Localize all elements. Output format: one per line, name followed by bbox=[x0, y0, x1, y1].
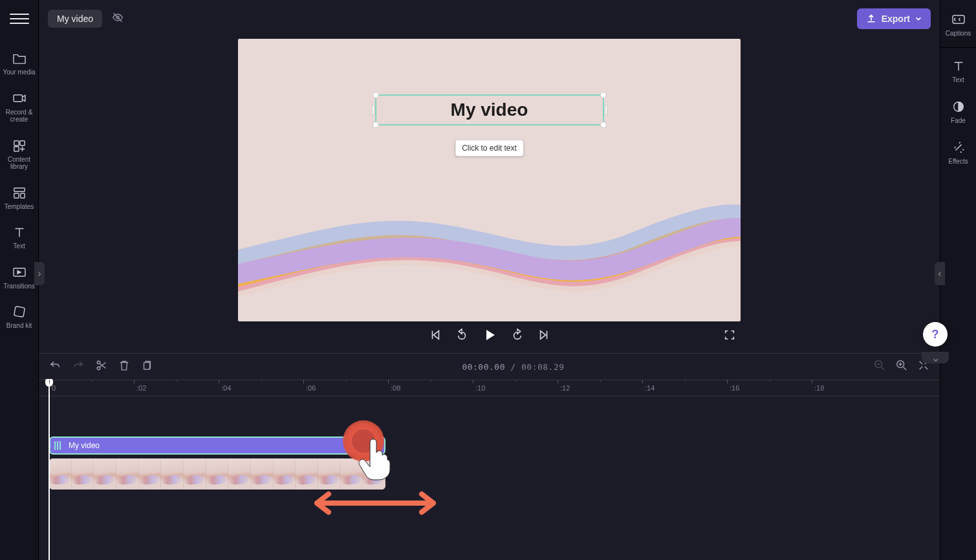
sidebar-item-record-create[interactable]: Record & create bbox=[0, 84, 39, 131]
ruler-label: :06 bbox=[306, 384, 316, 392]
svg-rect-6 bbox=[20, 193, 24, 197]
text-overlay-value: My video bbox=[451, 100, 528, 120]
zoom-in-button[interactable] bbox=[896, 360, 907, 374]
redo-button[interactable] bbox=[72, 360, 84, 374]
timeline-panel: 00:00.00 / 00:08.29 0:02:04:06:08:10:12:… bbox=[39, 353, 940, 560]
project-title[interactable]: My video bbox=[48, 10, 102, 28]
svg-rect-5 bbox=[14, 193, 18, 197]
sidebar-item-label: Brand kit bbox=[1, 322, 38, 330]
text-icon bbox=[1, 224, 38, 240]
export-button[interactable]: Export bbox=[857, 8, 931, 29]
sidebar-item-label: Your media bbox=[1, 69, 38, 76]
duplicate-button[interactable] bbox=[141, 360, 153, 374]
sidebar-item-text-right[interactable]: Text bbox=[940, 52, 977, 92]
sidebar-item-captions[interactable]: Captions bbox=[940, 5, 977, 46]
ruler-label: :08 bbox=[391, 384, 400, 392]
text-clip-label: My video bbox=[69, 441, 100, 450]
sidebar-right: Captions Text Fade Effects bbox=[940, 0, 976, 560]
chevron-down-icon bbox=[915, 16, 922, 22]
sidebar-item-content-library[interactable]: Content library bbox=[0, 131, 39, 178]
sidebar-item-label: Transitions bbox=[1, 283, 38, 290]
export-label: Export bbox=[882, 14, 910, 24]
svg-point-11 bbox=[97, 367, 100, 370]
upload-icon bbox=[866, 14, 876, 24]
timeline-tracks[interactable]: My video bbox=[39, 396, 940, 560]
play-button[interactable] bbox=[483, 328, 497, 345]
templates-icon bbox=[1, 185, 38, 200]
sidebar-item-label: Effects bbox=[942, 158, 975, 165]
sidebar-item-transitions[interactable]: Transitions bbox=[0, 258, 39, 298]
svg-point-10 bbox=[97, 361, 100, 364]
resize-handle-mr[interactable] bbox=[605, 105, 607, 115]
collapse-right-panel-button[interactable]: ‹ bbox=[935, 262, 945, 285]
forward-button[interactable] bbox=[511, 328, 524, 344]
ruler-label: :18 bbox=[814, 384, 824, 392]
text-overlay-box[interactable]: My video bbox=[375, 94, 604, 125]
timecode: 00:00.00 / 00:08.29 bbox=[164, 362, 862, 372]
fullscreen-button[interactable] bbox=[724, 329, 735, 343]
resize-handle-tr[interactable] bbox=[600, 92, 607, 98]
svg-rect-1 bbox=[14, 140, 18, 145]
transitions-icon bbox=[1, 264, 38, 280]
resize-handle-tl[interactable] bbox=[373, 92, 379, 98]
sidebar-item-brand-kit[interactable]: Brand kit bbox=[0, 297, 39, 338]
library-icon bbox=[1, 138, 38, 153]
sidebar-item-your-media[interactable]: Your media bbox=[0, 44, 39, 84]
sidebar-item-label: Fade bbox=[942, 117, 975, 124]
ruler-label: :12 bbox=[560, 384, 570, 392]
ruler-label: 0 bbox=[52, 384, 56, 392]
topbar: My video Export bbox=[39, 0, 940, 38]
svg-rect-3 bbox=[14, 146, 18, 151]
current-time: 00:00.00 bbox=[462, 362, 505, 372]
playback-controls bbox=[238, 321, 741, 351]
sidebar-item-templates[interactable]: Templates bbox=[0, 178, 39, 219]
skip-end-button[interactable] bbox=[538, 329, 550, 343]
zoom-out-button[interactable] bbox=[874, 360, 885, 374]
ruler-label: :04 bbox=[221, 384, 231, 392]
svg-rect-8 bbox=[14, 307, 25, 318]
menu-button[interactable] bbox=[10, 9, 29, 28]
sidebar-item-text[interactable]: Text bbox=[0, 218, 39, 258]
sidebar-item-label: Content library bbox=[1, 156, 38, 171]
help-button[interactable]: ? bbox=[923, 322, 948, 347]
effects-icon bbox=[942, 140, 975, 155]
skip-start-button[interactable] bbox=[429, 329, 441, 343]
visibility-off-icon[interactable] bbox=[111, 12, 124, 26]
fade-icon bbox=[942, 99, 975, 114]
resize-handle-bl[interactable] bbox=[373, 122, 379, 128]
sidebar-left: Your media Record & create Content libra… bbox=[0, 0, 39, 560]
timeline-ruler[interactable]: 0:02:04:06:08:10:12:14:16:18 bbox=[39, 380, 940, 396]
svg-rect-0 bbox=[14, 94, 22, 102]
svg-rect-2 bbox=[19, 140, 24, 145]
ruler-label: :14 bbox=[645, 384, 655, 392]
folder-icon bbox=[1, 50, 38, 66]
video-clip[interactable] bbox=[49, 458, 385, 490]
collapse-timeline-button[interactable]: ⌄ bbox=[922, 352, 949, 363]
canvas-area: 16:9 bbox=[39, 38, 940, 353]
clip-grip-icon[interactable] bbox=[54, 441, 61, 450]
sidebar-item-fade[interactable]: Fade bbox=[940, 92, 977, 133]
text-clip[interactable]: My video bbox=[49, 436, 385, 455]
ruler-label: :10 bbox=[475, 384, 485, 392]
timeline-toolbar: 00:00.00 / 00:08.29 bbox=[39, 354, 940, 380]
sidebar-item-label: Templates bbox=[1, 203, 38, 211]
duration: 00:08.29 bbox=[521, 362, 565, 372]
sidebar-item-label: Text bbox=[942, 76, 975, 83]
preview-canvas[interactable]: My video Click to edit text bbox=[238, 39, 741, 321]
playhead-line bbox=[49, 387, 50, 560]
split-button[interactable] bbox=[96, 360, 107, 374]
svg-rect-4 bbox=[14, 188, 24, 191]
sidebar-item-label: Record & create bbox=[1, 109, 38, 124]
main-area: My video Export 16:9 bbox=[39, 0, 940, 560]
sidebar-item-effects[interactable]: Effects bbox=[940, 133, 977, 174]
resize-handle-ml[interactable] bbox=[372, 105, 374, 115]
undo-button[interactable] bbox=[49, 360, 61, 374]
camera-icon bbox=[1, 91, 38, 106]
brand-kit-icon bbox=[1, 304, 38, 319]
svg-rect-12 bbox=[144, 363, 150, 370]
delete-button[interactable] bbox=[119, 360, 129, 374]
rewind-button[interactable] bbox=[455, 328, 468, 344]
edit-text-tooltip[interactable]: Click to edit text bbox=[455, 140, 524, 156]
text-icon bbox=[942, 58, 975, 74]
resize-handle-br[interactable] bbox=[600, 122, 607, 128]
